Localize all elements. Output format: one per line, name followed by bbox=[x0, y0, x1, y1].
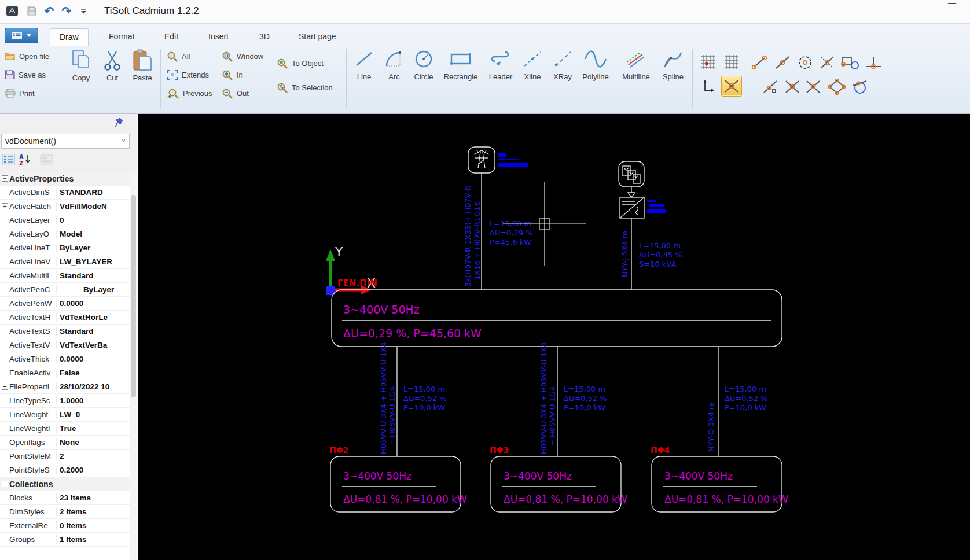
pin-icon[interactable] bbox=[115, 117, 125, 129]
scrollbar-thumb[interactable] bbox=[131, 195, 136, 397]
property-row[interactable]: EnableActivFalse bbox=[0, 366, 130, 380]
snap-node-icon[interactable] bbox=[803, 78, 823, 95]
tab-format[interactable]: Format bbox=[100, 28, 144, 46]
property-value[interactable]: 1.0000 bbox=[57, 396, 130, 405]
zoom-window-button[interactable]: Window bbox=[222, 48, 263, 64]
property-row[interactable]: ActivePenCByLayer bbox=[0, 283, 130, 297]
property-row[interactable]: LineTypeSc1.0000 bbox=[0, 394, 130, 408]
property-row[interactable]: PointStyleM2 bbox=[0, 450, 130, 463]
redo-icon[interactable]: ↷ bbox=[59, 3, 74, 19]
copy-button[interactable]: Copy bbox=[65, 48, 97, 82]
property-row[interactable]: PointStyleS0.2000 bbox=[0, 463, 130, 477]
property-value[interactable]: 0.0000 bbox=[57, 355, 130, 363]
snap-insertion-icon[interactable] bbox=[839, 54, 860, 71]
property-value[interactable]: STANDARD bbox=[57, 188, 130, 197]
zoom-extends-button[interactable]: Extends bbox=[167, 67, 209, 83]
tab-edit[interactable]: Edit bbox=[155, 28, 188, 46]
property-value[interactable]: Standard bbox=[57, 327, 130, 336]
subpanel[interactable]: 3~400V 50Hz ΔU=0,81 %, P=10,00 kW bbox=[330, 456, 467, 512]
rectangle-tool[interactable]: Rectangle bbox=[441, 46, 480, 81]
property-row[interactable]: DimStyles2 Items bbox=[0, 505, 130, 519]
expand-toggle-icon[interactable]: − bbox=[2, 175, 8, 182]
snap-center-icon[interactable] bbox=[795, 54, 815, 71]
property-category-row[interactable]: −Collections bbox=[0, 477, 130, 491]
customize-quick-access-icon[interactable] bbox=[76, 3, 91, 19]
property-value[interactable]: LW_0 bbox=[57, 410, 130, 419]
supply-symbol[interactable] bbox=[468, 147, 528, 173]
property-value[interactable]: 23 Items bbox=[57, 493, 130, 502]
property-value[interactable]: Model bbox=[57, 230, 130, 238]
zoom-in-button[interactable]: In bbox=[222, 67, 243, 83]
main-panel[interactable]: 3~400V 50Hz ΔU=0,29 %, P=45,60 kW bbox=[332, 290, 782, 347]
property-value[interactable]: ByLayer bbox=[57, 244, 130, 252]
property-value[interactable]: 2 bbox=[57, 452, 130, 460]
property-value[interactable]: LW_BYLAYER bbox=[57, 257, 130, 266]
xline-tool[interactable]: Xline bbox=[519, 46, 546, 81]
property-value[interactable]: VdTextHorLe bbox=[57, 313, 130, 322]
paste-button[interactable]: Paste bbox=[126, 48, 159, 82]
leader-tool[interactable]: Leader bbox=[485, 46, 516, 81]
snap-apparent-icon[interactable] bbox=[782, 78, 802, 95]
converter-symbol[interactable] bbox=[620, 197, 666, 218]
property-value[interactable]: VdTextVerBa bbox=[57, 341, 130, 349]
tab-draw[interactable]: Draw bbox=[50, 28, 89, 46]
snap-tangent-icon[interactable] bbox=[850, 78, 869, 95]
property-row[interactable]: ActiveLayer0 bbox=[0, 213, 130, 227]
property-row[interactable]: ActiveLineVLW_BYLAYER bbox=[0, 255, 130, 269]
tab-3d[interactable]: 3D bbox=[250, 28, 279, 46]
property-row[interactable]: ActiveThick0.0000 bbox=[0, 352, 130, 366]
cut-button[interactable]: Cut bbox=[96, 48, 128, 82]
property-value[interactable]: True bbox=[57, 424, 130, 433]
spline-tool[interactable]: Spline bbox=[659, 46, 688, 81]
property-row[interactable]: ActiveLayOModel bbox=[0, 227, 130, 241]
property-row[interactable]: ActiveLineTByLayer bbox=[0, 241, 130, 255]
grid-snap-icon[interactable] bbox=[698, 51, 719, 72]
property-value[interactable]: 0 bbox=[57, 216, 130, 224]
property-row[interactable]: +ActiveHatchVdFillModeN bbox=[0, 200, 130, 213]
line-tool[interactable]: Line bbox=[350, 46, 379, 81]
subpanel[interactable]: 3~400V 50Hz ΔU=0,81 %, P=10,00 kW bbox=[491, 456, 627, 512]
property-row[interactable]: ActiveTextVVdTextVerBa bbox=[0, 338, 130, 352]
property-pages-icon[interactable] bbox=[40, 154, 54, 165]
minimize-button[interactable]: — bbox=[943, 0, 961, 9]
snap-quadrant-icon[interactable] bbox=[826, 78, 847, 95]
property-row[interactable]: ActiveDimSSTANDARD bbox=[0, 186, 130, 200]
property-row[interactable]: +FileProperti28/10/2022 10 bbox=[0, 380, 130, 394]
zoom-to-object-button[interactable]: To Object bbox=[277, 55, 324, 71]
property-row[interactable]: ActiveTextHVdTextHorLe bbox=[0, 311, 130, 325]
categorized-icon[interactable] bbox=[2, 154, 15, 165]
property-row[interactable]: ActiveTextSStandard bbox=[0, 325, 130, 338]
property-row[interactable]: LineWeightLW_0 bbox=[0, 408, 130, 422]
ucs-axis-icon[interactable] bbox=[698, 76, 719, 97]
property-value[interactable]: 0.2000 bbox=[57, 466, 130, 474]
document-selector[interactable]: vdDocument() ˅ bbox=[1, 134, 130, 149]
xray-tool[interactable]: XRay bbox=[549, 46, 576, 81]
property-value[interactable]: 0.0000 bbox=[57, 299, 130, 308]
snap-endpoint-icon[interactable] bbox=[749, 54, 769, 71]
zoom-to-selection-button[interactable]: To Selection bbox=[277, 79, 333, 95]
expand-toggle-icon[interactable]: − bbox=[2, 481, 8, 487]
property-value[interactable]: 1 Items bbox=[57, 535, 130, 544]
expand-toggle-icon[interactable]: + bbox=[2, 384, 8, 390]
multiline-tool[interactable]: Multiline bbox=[617, 46, 655, 81]
tab-start-page[interactable]: Start page bbox=[289, 28, 346, 46]
property-row[interactable]: ExternalRe0 Items bbox=[0, 519, 130, 533]
open-file-button[interactable]: Open file bbox=[5, 48, 49, 64]
property-value[interactable]: None bbox=[57, 438, 130, 447]
property-value[interactable]: Standard bbox=[57, 271, 130, 280]
app-menu-button[interactable] bbox=[5, 28, 38, 43]
drawing-canvas[interactable]: 3x(H07V-R 1X35)+ H07V-R 1X16 + H07V-R1G1… bbox=[138, 114, 970, 560]
zoom-all-button[interactable]: All bbox=[167, 48, 190, 64]
alphabetical-sort-icon[interactable]: AZ bbox=[19, 153, 32, 166]
panel-scrollbar[interactable] bbox=[130, 172, 137, 560]
property-value[interactable]: 28/10/2022 10 bbox=[57, 382, 130, 391]
grid-icon[interactable] bbox=[721, 51, 742, 72]
snap-nearest-icon[interactable] bbox=[760, 78, 780, 95]
tab-insert[interactable]: Insert bbox=[199, 28, 238, 46]
property-value[interactable]: 0 Items bbox=[57, 521, 130, 530]
property-row[interactable]: Blocks23 Items bbox=[0, 491, 130, 505]
polyline-tool[interactable]: Polyline bbox=[579, 46, 612, 81]
save-icon[interactable] bbox=[24, 3, 39, 19]
property-value[interactable]: VdFillModeN bbox=[57, 202, 130, 211]
snap-midpoint-icon[interactable] bbox=[772, 54, 792, 71]
